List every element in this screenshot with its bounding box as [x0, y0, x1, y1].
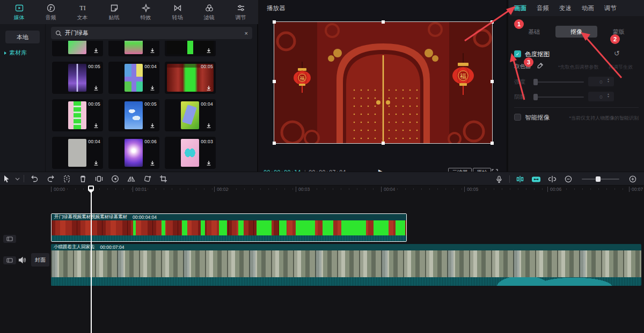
material-item[interactable]: 00:05 [52, 99, 103, 131]
timeline-zoom-handle[interactable] [596, 176, 601, 182]
video-preview[interactable]: 福 福 [274, 21, 493, 144]
nav-audio-label: 音频 [46, 14, 56, 21]
delete-icon[interactable] [75, 175, 91, 183]
download-icon[interactable] [149, 160, 156, 166]
material-thumbnail [68, 41, 86, 54]
selection-handle[interactable] [382, 20, 385, 24]
track1-toggle-icon[interactable] [3, 235, 16, 243]
nav-text[interactable]: TI 文本 [68, 3, 97, 21]
download-icon[interactable] [206, 85, 212, 91]
nav-effects[interactable]: 特效 [131, 3, 160, 21]
strength-value-box[interactable]: 0 [588, 77, 614, 86]
preview-axis-icon[interactable] [544, 175, 560, 183]
linked-preview-icon[interactable] [528, 176, 544, 183]
material-item[interactable]: 00:06 [108, 137, 159, 169]
material-item[interactable] [108, 41, 159, 56]
material-item[interactable]: 00:05 [165, 62, 216, 94]
nav-audio[interactable]: 音频 [36, 3, 65, 21]
nav-adjust[interactable]: 调节 [226, 3, 255, 21]
timeline-ruler[interactable]: 00:00 00:01 00:02 00:03 00:04 00:05 00:0… [0, 186, 644, 195]
shadow-slider[interactable] [535, 97, 584, 98]
duration-badge: 00:06 [144, 139, 157, 144]
freeze-frame-icon[interactable] [91, 175, 107, 183]
reset-icon[interactable]: ↺ [614, 49, 620, 57]
reverse-icon[interactable] [107, 175, 123, 183]
material-item[interactable] [52, 41, 103, 56]
material-item[interactable]: 00:04 [108, 62, 159, 94]
strength-slider[interactable] [535, 82, 584, 83]
search-input[interactable]: 开门绿幕 [65, 29, 241, 37]
nav-filters[interactable]: 滤镜 [194, 3, 224, 21]
material-item[interactable]: 00:05 [108, 99, 159, 131]
playhead-handle[interactable] [88, 186, 94, 193]
shadow-slider-handle[interactable] [533, 94, 538, 100]
eyedropper-icon[interactable] [537, 62, 544, 69]
selection-handle[interactable] [273, 80, 276, 83]
rotate-icon[interactable] [139, 175, 155, 183]
selection-handle[interactable] [491, 80, 494, 83]
crop-icon[interactable] [155, 175, 171, 183]
download-icon[interactable] [206, 122, 212, 129]
cover-button[interactable]: 封面 [31, 253, 49, 267]
track2-toggle-icon[interactable] [3, 256, 16, 264]
material-item[interactable]: 00:03 [165, 137, 216, 169]
download-icon[interactable] [93, 160, 99, 166]
redo-icon[interactable] [42, 175, 58, 183]
nav-sticker[interactable]: 贴纸 [99, 3, 129, 21]
undo-icon[interactable] [26, 175, 42, 183]
mute-track-icon[interactable] [18, 256, 26, 264]
download-icon[interactable] [93, 85, 99, 91]
timeline-clip-main-video[interactable]: 小猫跟着主人回家去 00:00:07:04 [51, 244, 641, 286]
duration-badge: 00:05 [88, 64, 100, 69]
zoom-out-icon[interactable] [560, 175, 576, 183]
record-voiceover-icon[interactable] [491, 175, 507, 183]
download-icon[interactable] [149, 122, 156, 129]
zoom-in-icon[interactable] [625, 175, 641, 183]
auto-snap-icon[interactable] [512, 175, 528, 183]
chroma-key-checkbox[interactable]: ✓ [514, 50, 521, 57]
material-item[interactable] [165, 41, 216, 56]
tab-animation[interactable]: 动画 [582, 4, 594, 12]
nav-text-label: 文本 [77, 14, 88, 21]
tab-speed[interactable]: 变速 [559, 4, 572, 12]
nav-transitions[interactable]: 转场 [163, 3, 192, 21]
material-item[interactable]: 00:05 [52, 62, 103, 94]
download-icon[interactable] [206, 47, 212, 54]
sidebar-item-library[interactable]: 素材库 [4, 49, 27, 57]
timeline-zoom-slider[interactable] [582, 179, 619, 180]
selection-handle[interactable] [491, 20, 494, 24]
download-icon[interactable] [206, 160, 212, 166]
download-icon[interactable] [93, 122, 99, 129]
subtab-basic[interactable]: 基础 [513, 26, 555, 38]
inspector-tab-bar: 画面 音频 变速 动画 调节 [509, 0, 644, 16]
selection-handle[interactable] [273, 142, 276, 145]
shadow-stepper[interactable]: ▴▾ [608, 93, 609, 98]
smart-cutout-checkbox[interactable] [514, 114, 521, 121]
material-item[interactable]: 00:04 [52, 137, 103, 169]
subtab-cutout[interactable]: 抠像 [555, 26, 598, 38]
subtab-mask[interactable]: 蒙版 [597, 26, 640, 38]
strength-stepper[interactable]: ▴▾ [608, 78, 609, 83]
split-icon[interactable] [58, 175, 75, 183]
material-item[interactable]: 00:04 [165, 99, 216, 131]
tab-audio[interactable]: 音频 [537, 4, 549, 12]
playhead-line[interactable] [91, 186, 92, 333]
download-icon[interactable] [93, 47, 99, 54]
tab-picture[interactable]: 画面 [514, 4, 526, 12]
tab-adjust[interactable]: 调节 [604, 4, 617, 12]
select-tool-chevron-icon[interactable] [13, 176, 21, 181]
mirror-icon[interactable] [123, 175, 139, 183]
download-icon[interactable] [149, 85, 156, 91]
selection-handle[interactable] [382, 142, 385, 145]
shadow-value-box[interactable]: 0 [588, 92, 614, 101]
clear-search-icon[interactable]: × [245, 30, 248, 36]
strength-slider-handle[interactable] [533, 79, 538, 85]
select-tool-icon[interactable] [0, 175, 13, 183]
search-bar[interactable]: 开门绿幕 × [51, 27, 252, 39]
nav-media[interactable]: 媒体 [4, 3, 34, 21]
sidebar-item-local[interactable]: 本地 [5, 31, 40, 43]
download-icon[interactable] [149, 47, 156, 54]
selection-handle[interactable] [491, 142, 494, 145]
selection-handle[interactable] [273, 20, 276, 24]
timeline-clip-greenscreen[interactable]: 开门绿幕视频素材视频素材绿幕素材 00:00:04:04 [51, 213, 407, 242]
